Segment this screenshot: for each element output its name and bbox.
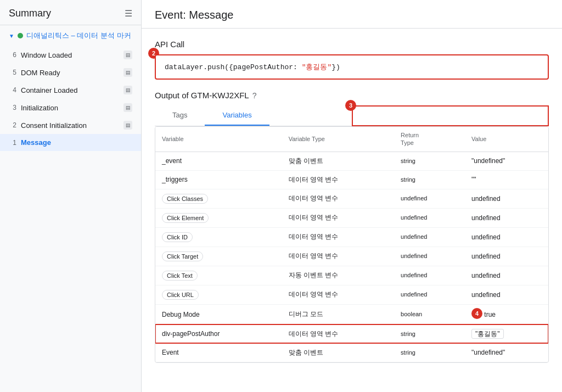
badge-3: 3 bbox=[345, 100, 356, 111]
var-value-cell: undefined bbox=[465, 266, 548, 285]
api-call-box: dataLayer.push({pagePostAuthor: "홍길동"}) bbox=[155, 54, 549, 80]
tab-tags[interactable]: Tags bbox=[155, 105, 205, 126]
code-prefix: dataLayer.push({pagePostAuthor: bbox=[165, 63, 302, 71]
event-num: 1 bbox=[9, 139, 16, 147]
var-type-cell: 데이터 영역 변수 bbox=[282, 285, 394, 304]
event-num: 6 bbox=[9, 51, 16, 59]
var-value-cell: undefined bbox=[465, 208, 548, 227]
sidebar-event-item[interactable]: 4 Container Loaded ▤ bbox=[0, 81, 141, 99]
sidebar-event-item[interactable]: 6 Window Loaded ▤ bbox=[0, 46, 141, 64]
var-type-cell: 데이터 영역 변수 bbox=[282, 189, 394, 208]
list-icon[interactable]: ☰ bbox=[125, 8, 132, 19]
col-type: Variable Type bbox=[282, 127, 394, 152]
col-value: Value bbox=[465, 127, 548, 152]
event-badge: ▤ bbox=[123, 103, 132, 112]
var-value-cell: "undefined" bbox=[465, 152, 548, 170]
var-value-cell: undefined bbox=[465, 227, 548, 247]
api-call-section: API Call 2 dataLayer.push({pagePostAutho… bbox=[155, 40, 549, 80]
help-icon[interactable]: ? bbox=[252, 91, 257, 100]
var-name-cell: Click URL bbox=[155, 285, 282, 304]
table-row: _triggers 데이터 영역 변수 string "" bbox=[155, 170, 548, 189]
event-num: 2 bbox=[9, 121, 16, 129]
var-return-cell: string bbox=[394, 152, 465, 170]
var-type-cell: 디버그 모드 bbox=[282, 304, 394, 324]
table-row: div-pagePostAuthor 데이터 영역 변수 string "홍길동… bbox=[155, 324, 548, 343]
var-return-cell: undefined bbox=[394, 266, 465, 285]
event-badge: ▤ bbox=[123, 121, 132, 130]
var-type-cell: 맞춤 이벤트 bbox=[282, 152, 394, 170]
code-suffix: }) bbox=[331, 63, 340, 71]
table-row: Click URL 데이터 영역 변수 undefined undefined bbox=[155, 285, 548, 304]
tab-variables[interactable]: Variables bbox=[205, 105, 269, 126]
table-row: Click Text 자동 이벤트 변수 undefined undefined bbox=[155, 266, 548, 285]
event-name: Container Loaded bbox=[21, 86, 119, 94]
var-type-cell: 데이터 영역 변수 bbox=[282, 208, 394, 227]
output-header: Output of GTM-KWJ2XFL ? bbox=[155, 91, 549, 100]
var-return-cell: boolean bbox=[394, 304, 465, 324]
event-num: 5 bbox=[9, 69, 16, 76]
var-name-cell: Click Classes bbox=[155, 189, 282, 208]
event-badge: ▤ bbox=[123, 68, 132, 77]
var-value-cell: undefined bbox=[465, 285, 548, 304]
var-return-cell: undefined bbox=[394, 227, 465, 247]
table-row: Event 맞춤 이벤트 string "undefined" bbox=[155, 343, 548, 362]
badge-4: 4 bbox=[471, 308, 482, 319]
event-list: 6 Window Loaded ▤ 5 DOM Ready ▤ 4 Contai… bbox=[0, 46, 141, 151]
sidebar-event-item[interactable]: 1 Message bbox=[0, 134, 141, 151]
status-dot bbox=[18, 33, 23, 38]
main-body: API Call 2 dataLayer.push({pagePostAutho… bbox=[142, 29, 562, 374]
table-header-row: Variable Variable Type ReturnType Value bbox=[155, 127, 548, 152]
event-name: Window Loaded bbox=[21, 51, 119, 59]
var-type-cell: 자동 이벤트 변수 bbox=[282, 266, 394, 285]
var-type-cell: 데이터 영역 변수 bbox=[282, 170, 394, 189]
event-num: 4 bbox=[9, 86, 16, 94]
output-title: Output of GTM-KWJ2XFL bbox=[155, 91, 249, 100]
arrow-down-icon: ▼ bbox=[9, 33, 14, 39]
table-row: Click Element 데이터 영역 변수 undefined undefi… bbox=[155, 208, 548, 227]
event-name: DOM Ready bbox=[21, 69, 119, 77]
sidebar: Summary ☰ ▼ 디애널리틱스 – 데이터 분석 마커 6 Window … bbox=[0, 0, 142, 392]
output-section: Output of GTM-KWJ2XFL ? Tags Variables 3 bbox=[155, 91, 549, 363]
main-panel: Event: Message API Call 2 dataLayer.push… bbox=[142, 0, 562, 392]
event-num: 3 bbox=[9, 104, 16, 111]
col-variable: Variable bbox=[155, 127, 282, 152]
event-badge: ▤ bbox=[123, 86, 132, 94]
var-return-cell: string bbox=[394, 343, 465, 362]
main-header: Event: Message bbox=[142, 0, 562, 29]
sidebar-event-item[interactable]: 3 Initialization ▤ bbox=[0, 99, 141, 116]
var-name-cell: Click ID bbox=[155, 227, 282, 247]
var-name-cell: _event bbox=[155, 152, 282, 170]
col-return: ReturnType bbox=[394, 127, 465, 152]
container-name: 디애널리틱스 – 데이터 분석 마커 bbox=[26, 31, 131, 41]
var-return-cell: string bbox=[394, 324, 465, 343]
var-return-cell: undefined bbox=[394, 285, 465, 304]
var-name-cell: _triggers bbox=[155, 170, 282, 189]
page-title: Event: Message bbox=[155, 9, 549, 21]
sidebar-header: Summary ☰ bbox=[0, 0, 141, 25]
table-row: Click ID 데이터 영역 변수 undefined undefined bbox=[155, 227, 548, 247]
var-return-cell: undefined bbox=[394, 247, 465, 266]
var-value-cell: "undefined" bbox=[465, 343, 548, 362]
var-name-cell: Click Target bbox=[155, 247, 282, 266]
sidebar-event-item[interactable]: 2 Consent Initialization ▤ bbox=[0, 116, 141, 134]
event-name: Consent Initialization bbox=[21, 121, 119, 130]
var-return-cell: undefined bbox=[394, 189, 465, 208]
table-body: _event 맞춤 이벤트 string "undefined" _trigge… bbox=[155, 152, 548, 362]
var-name-cell: Click Text bbox=[155, 266, 282, 285]
sidebar-event-item[interactable]: 5 DOM Ready ▤ bbox=[0, 64, 141, 81]
var-value-cell: "" bbox=[465, 170, 548, 189]
table-row: Click Classes 데이터 영역 변수 undefined undefi… bbox=[155, 189, 548, 208]
var-name-cell: div-pagePostAuthor bbox=[155, 324, 282, 343]
var-return-cell: undefined bbox=[394, 208, 465, 227]
event-name: Message bbox=[21, 138, 132, 147]
event-badge: ▤ bbox=[123, 51, 132, 59]
var-type-cell: 데이터 영역 변수 bbox=[282, 227, 394, 247]
var-type-cell: 데이터 영역 변수 bbox=[282, 324, 394, 343]
tabs-wrapper: Tags Variables 3 bbox=[155, 105, 549, 126]
container-row[interactable]: ▼ 디애널리틱스 – 데이터 분석 마커 bbox=[0, 25, 141, 46]
var-value-cell: 4 true bbox=[465, 304, 548, 324]
var-name-cell: Click Element bbox=[155, 208, 282, 227]
var-value-cell: "홍길동" bbox=[465, 324, 548, 343]
var-value-cell: undefined bbox=[465, 247, 548, 266]
var-return-cell: string bbox=[394, 170, 465, 189]
